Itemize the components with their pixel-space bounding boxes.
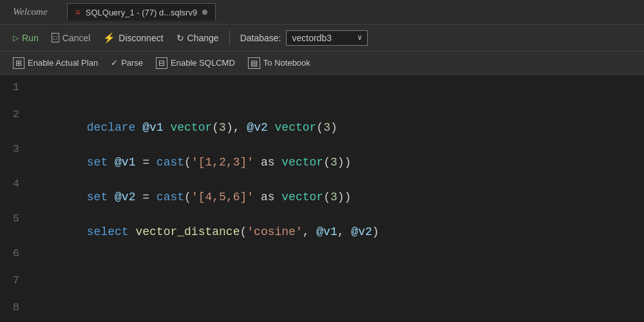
- code-line-2: 2 declare @v1 vector(3), @v2 vector(3): [0, 102, 644, 137]
- line-number-4: 4: [0, 171, 32, 190]
- disconnect-button[interactable]: ⚡ Disconnect: [98, 30, 168, 46]
- enable-actual-plan-button[interactable]: ⊞ Enable Actual Plan: [8, 55, 103, 71]
- tab-bar: Welcome ≡ SQLQuery_1 - (77) d...sqlsrv9: [0, 0, 644, 24]
- toolbar-main: ▷ Run □ Cancel ⚡ Disconnect ↻ Change Dat…: [0, 24, 644, 52]
- chevron-down-icon: ∨: [357, 33, 362, 43]
- line-content-7: [32, 268, 644, 274]
- actual-plan-icon: ⊞: [13, 57, 24, 69]
- toolbar-separator: [229, 30, 230, 46]
- enable-sqlcmd-label: Enable SQLCMD: [171, 58, 235, 68]
- line-content-6: [32, 241, 644, 247]
- notebook-icon: ▤: [248, 57, 260, 69]
- to-notebook-label: To Notebook: [263, 58, 310, 68]
- code-editor[interactable]: 1 2 declare @v1 vector(3), @v2 vector(3)…: [0, 75, 644, 322]
- code-line-1: 1: [0, 75, 644, 102]
- db-icon: ≡: [75, 7, 80, 17]
- cancel-icon: □: [52, 33, 59, 43]
- line-number-5: 5: [0, 206, 32, 225]
- code-line-8: 8: [0, 295, 644, 322]
- tab-welcome[interactable]: Welcome: [6, 3, 54, 21]
- cancel-label: Cancel: [62, 33, 91, 43]
- run-icon: ▷: [13, 33, 19, 43]
- line-content-1: [32, 75, 644, 81]
- disconnect-icon: ⚡: [103, 32, 115, 44]
- code-line-7: 7: [0, 268, 644, 295]
- line-number-1: 1: [0, 75, 32, 93]
- run-button[interactable]: ▷ Run: [8, 30, 44, 46]
- to-notebook-button[interactable]: ▤ To Notebook: [243, 55, 316, 71]
- cancel-button[interactable]: □ Cancel: [46, 30, 96, 46]
- tab-query-label: SQLQuery_1 - (77) d...sqlsrv9: [86, 8, 197, 17]
- parse-button[interactable]: ✓ Parse: [106, 56, 148, 70]
- sqlcmd-icon: ⊟: [156, 57, 167, 69]
- tab-status-dot: [202, 10, 207, 15]
- code-line-4: 4 set @v2 = cast('[4,5,6]' as vector(3)): [0, 171, 644, 206]
- line-number-2: 2: [0, 102, 32, 120]
- database-label: Database:: [240, 33, 281, 43]
- parse-label: Parse: [121, 58, 143, 68]
- line-number-6: 6: [0, 241, 32, 260]
- line-number-7: 7: [0, 268, 32, 287]
- line-number-8: 8: [0, 295, 32, 314]
- toolbar-secondary: ⊞ Enable Actual Plan ✓ Parse ⊟ Enable SQ…: [0, 52, 644, 75]
- database-select[interactable]: vectordb3 ∨: [286, 30, 368, 46]
- code-line-3: 3 set @v1 = cast('[1,2,3]' as vector(3)): [0, 137, 644, 171]
- code-line-5: 5 select vector_distance('cosine', @v1, …: [0, 206, 644, 241]
- enable-actual-plan-label: Enable Actual Plan: [28, 58, 98, 68]
- line-content-8: [32, 295, 644, 301]
- change-label: Change: [187, 33, 219, 43]
- enable-sqlcmd-button[interactable]: ⊟ Enable SQLCMD: [151, 55, 240, 71]
- code-line-6: 6: [0, 241, 644, 268]
- run-label: Run: [22, 33, 39, 43]
- tab-query[interactable]: ≡ SQLQuery_1 - (77) d...sqlsrv9: [67, 3, 216, 21]
- database-value: vectordb3: [292, 33, 331, 43]
- change-button[interactable]: ↻ Change: [171, 30, 224, 46]
- line-number-3: 3: [0, 137, 32, 155]
- disconnect-label: Disconnect: [118, 33, 163, 43]
- parse-icon: ✓: [111, 58, 118, 68]
- change-icon: ↻: [176, 33, 184, 43]
